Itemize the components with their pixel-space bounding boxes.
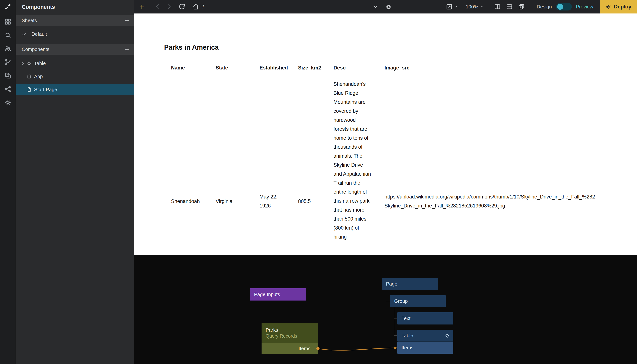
node-label: Text — [397, 316, 410, 321]
app-logo-icon[interactable] — [4, 2, 12, 11]
graph-node-page[interactable]: Page — [382, 278, 438, 290]
column-header-image-src: Image_src — [378, 65, 637, 71]
graph-node-table[interactable]: Table — [397, 330, 453, 342]
cell-established: May 22, 1926 — [253, 192, 291, 210]
viewport-size-icon[interactable] — [445, 2, 453, 11]
graph-node-parks-query[interactable]: Parks Query Records — [262, 323, 318, 343]
diamond-icon — [26, 61, 32, 66]
image-src-line-1: https://upload.wikimedia.org/wikipedia/c… — [384, 192, 637, 201]
node-label: Table — [397, 333, 413, 338]
parks-table[interactable]: Name State Established Size_km2 Desc Ima… — [164, 60, 637, 255]
node-label: Group — [390, 298, 408, 304]
check-icon — [21, 32, 27, 37]
zoom-level: 100% — [466, 4, 478, 10]
sidebar-item-label: App — [34, 74, 43, 80]
design-mode-label[interactable]: Design — [537, 4, 552, 10]
sheet-item-label: Default — [32, 31, 47, 37]
top-toolbar: + / 100% — [134, 0, 637, 14]
deploy-label: Deploy — [614, 4, 631, 10]
home-route-icon[interactable] — [192, 2, 200, 11]
plugins-icon[interactable] — [4, 72, 12, 80]
components-sidebar: Components Sheets + Default Components +… — [16, 0, 134, 364]
add-sheet-button[interactable]: + — [125, 17, 129, 24]
sheets-section-label: Sheets — [22, 18, 37, 24]
search-icon[interactable] — [4, 31, 12, 39]
port-label: Items — [397, 345, 413, 351]
graph-edges — [134, 255, 637, 364]
preview-mode-label[interactable]: Preview — [576, 4, 593, 10]
column-header-established: Established — [253, 65, 291, 71]
git-branch-icon[interactable] — [4, 58, 12, 66]
windows-icon[interactable] — [517, 2, 525, 11]
port-label: Items — [298, 346, 318, 352]
add-element-button[interactable]: + — [138, 2, 146, 11]
cell-size-km2: 805.5 — [291, 197, 327, 206]
sidebar-title: Components — [16, 0, 134, 14]
nav-forward-icon[interactable] — [165, 2, 173, 11]
node-label: Page — [382, 281, 397, 287]
rocket-icon — [604, 2, 613, 11]
sidebar-item-label: Start Page — [34, 87, 57, 92]
graph-node-group[interactable]: Group — [390, 295, 446, 307]
zoom-control[interactable]: 100% — [466, 4, 484, 10]
design-preview-toggle[interactable] — [556, 3, 572, 10]
state-graph-panel: Page Inputs Page Group Text Table Items … — [134, 255, 637, 364]
toggle-knob — [557, 4, 563, 10]
page-title: Parks in America — [164, 44, 219, 51]
table-header-row: Name State Established Size_km2 Desc Ima… — [164, 60, 637, 76]
gear-icon[interactable] — [4, 98, 12, 107]
components-section-label: Components — [22, 46, 49, 52]
query-title: Parks — [262, 327, 278, 333]
column-header-name: Name — [164, 65, 209, 71]
sidebar-item-start-page[interactable]: Start Page — [16, 84, 134, 95]
query-subtitle: Query Records — [262, 333, 297, 339]
users-icon[interactable] — [4, 44, 12, 53]
selection-dropdown-icon[interactable] — [371, 2, 380, 11]
deploy-button[interactable]: Deploy — [600, 0, 637, 14]
share-icon[interactable] — [4, 85, 12, 93]
node-label: Page Inputs — [250, 292, 280, 297]
app-canvas[interactable]: Parks in America Name State Established … — [134, 14, 637, 255]
split-rows-icon[interactable] — [505, 2, 513, 11]
home-icon — [26, 74, 32, 79]
sidebar-item-app[interactable]: App — [16, 71, 134, 82]
diamond-icon — [444, 333, 450, 338]
cell-state: Virginia — [209, 197, 253, 206]
graph-node-text[interactable]: Text — [397, 312, 453, 324]
cell-name: Shenandoah — [164, 197, 209, 206]
route-path[interactable]: / — [203, 4, 204, 10]
refresh-icon[interactable] — [178, 2, 186, 11]
sidebar-item-label: Table — [34, 60, 46, 66]
graph-port-query-items[interactable]: Items — [262, 343, 318, 354]
components-section-header: Components + — [16, 44, 134, 55]
sidebar-item-table[interactable]: Table — [16, 58, 134, 69]
cell-image-src: https://upload.wikimedia.org/wikipedia/c… — [378, 192, 637, 210]
grid-icon[interactable] — [4, 18, 12, 26]
column-header-state: State — [209, 65, 253, 71]
split-columns-icon[interactable] — [493, 2, 501, 11]
graph-node-page-inputs[interactable]: Page Inputs — [250, 288, 306, 300]
cell-desc: Shenandoah's Blue Ridge Mountains are co… — [327, 76, 378, 241]
page-icon — [26, 87, 32, 92]
column-header-desc: Desc — [327, 65, 378, 71]
sheet-item-default[interactable]: Default — [16, 28, 134, 40]
add-component-button[interactable]: + — [125, 46, 129, 53]
sheets-section-header: Sheets + — [16, 15, 134, 26]
icon-rail — [0, 0, 16, 364]
viewport-chevron-icon[interactable] — [453, 2, 458, 11]
table-row: Shenandoah Virginia May 22, 1926 805.5 S… — [164, 76, 637, 255]
image-src-line-2: Skyline_Drive_in_the_Fall_%2821852619608… — [384, 201, 637, 210]
debug-icon[interactable] — [384, 2, 393, 11]
nav-back-icon[interactable] — [154, 2, 162, 11]
graph-port-table-items[interactable]: Items — [397, 342, 453, 354]
column-header-size-km2: Size_km2 — [291, 65, 327, 71]
chevron-right-icon[interactable] — [20, 61, 26, 66]
